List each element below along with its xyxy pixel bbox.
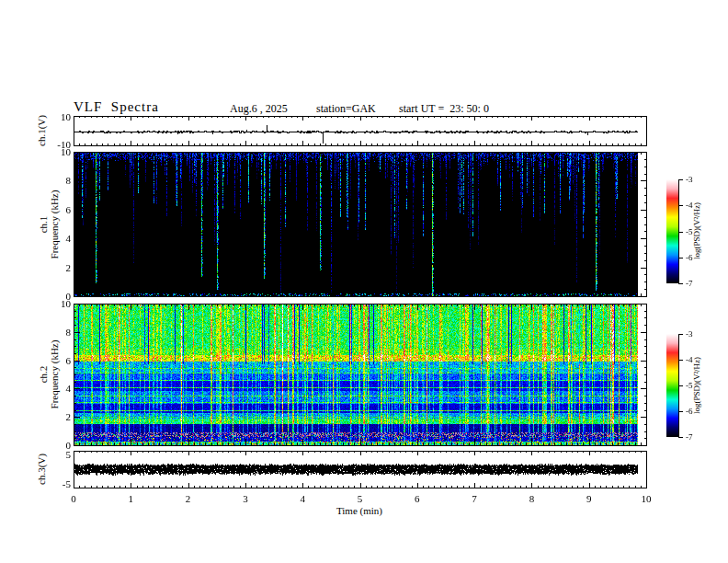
- ch2-spectrogram-axis-label-line2: Frequency (kHz): [49, 282, 60, 466]
- ch3-voltage-ytick-label: -5: [45, 478, 71, 489]
- x-tick-label: 4: [289, 493, 316, 504]
- ch1-waveform-canvas: [74, 117, 638, 145]
- plot-title: VLF Spectra: [74, 99, 159, 115]
- x-tick-label: 2: [175, 493, 202, 504]
- colorbar-ch2-tick-label: -6: [686, 407, 693, 416]
- ch1-spectrogram-ytick-label: 8: [45, 175, 71, 186]
- ch2-spectrogram-ytick-label: 4: [45, 383, 71, 394]
- ch2-spectrogram-canvas: [74, 304, 638, 445]
- colorbar-ch2-tick-label: -7: [686, 432, 693, 442]
- colorbar-ch1-tick-label: -4: [686, 201, 693, 210]
- ch3-voltage-ytick-label: 5: [45, 449, 71, 460]
- colorbar-ch1-tick-label: -3: [686, 175, 693, 184]
- ch2-spectrogram-ytick-label: 8: [45, 327, 71, 338]
- x-tick-label: 7: [461, 493, 488, 504]
- colorbar-ch1-tick-label: -6: [686, 253, 693, 262]
- x-tick-label: 1: [117, 493, 144, 504]
- plot-start-ut: start UT = 23: 50: 0: [399, 102, 489, 116]
- colorbar-ch2-label: log(PSD)(V²/Hz): [692, 330, 701, 441]
- colorbar-ch2-tick-label: -5: [686, 381, 693, 390]
- plot-date: Aug.6 , 2025: [230, 102, 288, 116]
- plot-station: station=GAK: [316, 102, 376, 116]
- ch3-voltage-axis-label: ch.3(V): [36, 377, 47, 561]
- x-tick-label: 6: [404, 493, 431, 504]
- colorbar-ch1: [666, 179, 678, 283]
- ch1-spectrogram-ytick-label: 2: [45, 262, 71, 273]
- ch1-spectrogram-canvas: [74, 153, 638, 296]
- ch1-spectrogram-ytick-label: 10: [45, 146, 71, 157]
- colorbar-ch2-tick-label: -3: [686, 329, 693, 339]
- ch1-voltage-ytick-label: 10: [45, 111, 71, 122]
- colorbar-ch1-label: log(PSD)(V²/Hz): [692, 176, 701, 286]
- ch1-spectrogram-ytick-label: 6: [45, 204, 71, 215]
- colorbar-ch2-tick-label: -4: [686, 355, 693, 364]
- x-tick-label: 9: [575, 493, 603, 504]
- ch1-spectrogram-ytick-label: 4: [45, 233, 71, 244]
- x-tick-label: 3: [232, 493, 259, 504]
- x-axis-label: Time (min): [313, 505, 405, 516]
- ch2-spectrogram-ytick-label: 10: [45, 298, 71, 309]
- colorbar-ch1-tick-label: -7: [686, 279, 693, 288]
- ch3-waveform-canvas: [74, 452, 638, 488]
- ch2-spectrogram-ytick-label: 2: [45, 411, 71, 422]
- ch2-spectrogram-ytick-label: 6: [45, 355, 71, 366]
- vlf-spectra-plot: VLF Spectra Aug.6 , 2025 station=GAK sta…: [0, 0, 728, 563]
- colorbar-ch1-tick-label: -5: [686, 227, 693, 236]
- x-tick-label: 0: [60, 493, 87, 504]
- colorbar-ch2: [666, 334, 678, 437]
- x-tick-label: 10: [632, 493, 660, 504]
- x-tick-label: 5: [347, 493, 374, 504]
- x-tick-label: 8: [518, 493, 545, 504]
